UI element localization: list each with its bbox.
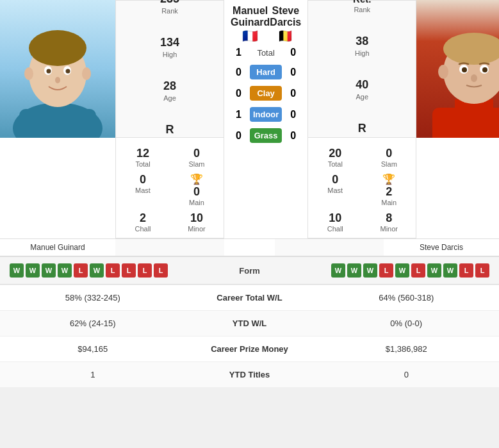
svg-rect-1 xyxy=(19,109,96,138)
form-badge-w: W xyxy=(347,263,361,278)
right-form-badges: WWWLWLWWLL xyxy=(331,263,489,278)
left-high: 134 High xyxy=(121,32,218,63)
right-main-trophy: 🏆 2 Main xyxy=(367,173,411,206)
right-rank: Ret. Rank xyxy=(313,0,411,18)
right-high: 38 High xyxy=(313,31,411,62)
svg-point-21 xyxy=(462,67,467,72)
left-minor: 10 Minor xyxy=(175,212,218,233)
form-badge-w: W xyxy=(42,263,56,278)
career-stat-row: 58% (332-245) Career Total W/L 64% (560-… xyxy=(0,285,499,310)
form-badge-l: L xyxy=(138,263,152,278)
right-chall: 10 Chall xyxy=(313,212,357,233)
right-slam: 0 Slam xyxy=(367,147,411,168)
svg-point-9 xyxy=(55,77,60,83)
indoor-score-row: 1 Indoor 0 xyxy=(224,104,307,125)
svg-point-17 xyxy=(438,65,448,79)
right-title-stats: 20 Total 0 Slam 0 Mast 🏆 2 Main xyxy=(307,138,416,238)
right-player-photo xyxy=(416,0,499,138)
svg-point-10 xyxy=(24,67,33,80)
trophy-icon-right: 🏆 xyxy=(382,173,395,185)
form-badge-l: L xyxy=(379,263,393,278)
career-stat-left-0: 58% (332-245) xyxy=(0,285,186,310)
left-age: 28 Age xyxy=(121,76,218,106)
career-stat-label-1: YTD W/L xyxy=(186,311,314,336)
player-names-row: Manuel Guinard Steve Darcis xyxy=(0,238,499,257)
form-badge-w: W xyxy=(26,263,40,278)
left-player-stats-box: 235 Rank 134 High 28 Age R xyxy=(115,0,224,238)
left-player-name-center: Manuel Guinard 🇫🇷 xyxy=(231,5,270,44)
right-age: 40 Age xyxy=(313,74,411,105)
left-mast: 0 Mast xyxy=(121,173,165,206)
form-badge-l: L xyxy=(411,263,425,278)
trophy-icon-left: 🏆 xyxy=(190,173,203,185)
form-badge-w: W xyxy=(443,263,457,278)
career-stat-left-3: 1 xyxy=(0,362,186,387)
form-badge-l: L xyxy=(154,263,168,278)
form-badge-w: W xyxy=(427,263,441,278)
career-stat-row: 1 YTD Titles 0 xyxy=(0,361,499,387)
left-rank: 235 Rank xyxy=(121,0,218,19)
clay-score-row: 0 Clay 0 xyxy=(224,83,307,104)
hard-score-row: 0 Hard 0 xyxy=(224,62,307,83)
career-stat-label-0: Career Total W/L xyxy=(186,285,314,310)
svg-point-22 xyxy=(482,67,487,72)
svg-point-8 xyxy=(66,69,70,74)
form-badge-w: W xyxy=(363,263,377,278)
main-container: 235 Rank 134 High 28 Age R xyxy=(0,0,499,387)
left-title-stats: 12 Total 0 Slam 0 Mast 🏆 0 Main xyxy=(115,138,224,238)
form-badge-w: W xyxy=(58,263,72,278)
form-badge-w: W xyxy=(90,263,104,278)
right-player-stats-box: Ret. Rank 38 High 40 Age R xyxy=(307,0,416,238)
career-stat-row: $94,165 Career Prize Money $1,386,982 xyxy=(0,336,499,361)
career-stat-right-1: 0% (0-0) xyxy=(314,311,500,336)
career-stat-left-2: $94,165 xyxy=(0,336,186,361)
right-player-name-bottom: Steve Darcis xyxy=(384,239,499,256)
form-label: Form xyxy=(168,266,331,276)
left-main-trophy: 🏆 0 Main xyxy=(175,173,218,206)
right-mast: 0 Mast xyxy=(313,173,357,206)
svg-point-7 xyxy=(47,69,51,74)
left-total: 12 Total xyxy=(121,147,165,168)
career-stat-right-0: 64% (560-318) xyxy=(314,285,500,310)
right-player-name-center: Steve Darcis 🇧🇪 xyxy=(270,5,301,44)
career-stats-container: 58% (332-245) Career Total W/L 64% (560-… xyxy=(0,285,499,387)
form-badge-l: L xyxy=(106,263,120,278)
svg-point-23 xyxy=(471,74,477,82)
svg-point-11 xyxy=(82,67,91,80)
career-stat-right-2: $1,386,982 xyxy=(314,336,500,361)
left-player-name-bottom: Manuel Guinard xyxy=(0,239,115,256)
career-stat-label-2: Career Prize Money xyxy=(186,336,314,361)
left-player-photo xyxy=(0,0,115,138)
right-total: 20 Total xyxy=(313,147,357,168)
center-scores-column: Manuel Guinard 🇫🇷 Steve Darcis 🇧🇪 1 Tota… xyxy=(224,0,307,146)
form-badge-l: L xyxy=(122,263,136,278)
career-stat-label-3: YTD Titles xyxy=(186,362,314,387)
career-stat-left-1: 62% (24-15) xyxy=(0,311,186,336)
form-badge-l: L xyxy=(74,263,88,278)
form-badge-l: L xyxy=(459,263,473,278)
form-badge-l: L xyxy=(475,263,489,278)
form-section: WWWWLWLLLL Form WWWLWLWWLL xyxy=(0,257,499,285)
left-form-badges: WWWWLWLLLL xyxy=(10,263,168,278)
total-score-row: 1 Total 0 xyxy=(224,44,307,62)
career-stat-right-3: 0 xyxy=(314,362,500,387)
left-chall: 2 Chall xyxy=(121,212,165,233)
left-slam: 0 Slam xyxy=(175,147,218,168)
form-badge-w: W xyxy=(10,263,24,278)
form-badge-w: W xyxy=(331,263,345,278)
right-minor: 8 Minor xyxy=(367,212,411,233)
svg-point-4 xyxy=(29,30,86,66)
grass-score-row: 0 Grass 0 xyxy=(224,125,307,146)
form-badge-w: W xyxy=(395,263,409,278)
career-stat-row: 62% (24-15) YTD W/L 0% (0-0) xyxy=(0,310,499,336)
player-comparison-section: 235 Rank 134 High 28 Age R xyxy=(0,0,499,238)
